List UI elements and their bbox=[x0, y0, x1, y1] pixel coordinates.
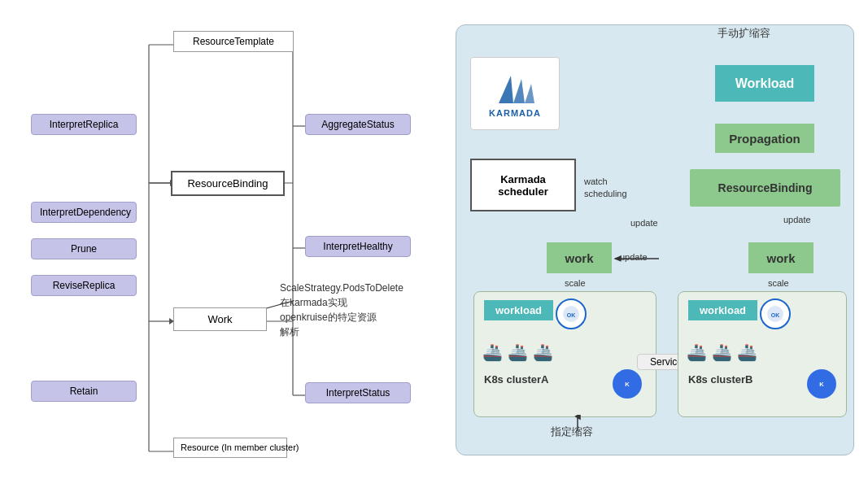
karmada-logo: KARMADA bbox=[470, 57, 560, 130]
svg-text:K: K bbox=[625, 381, 630, 388]
karmada-logo-text: KARMADA bbox=[489, 108, 541, 118]
scale-label-1: scale bbox=[565, 278, 586, 288]
workload-b-box: workload bbox=[688, 300, 757, 320]
ship-3-b: 🚢 bbox=[737, 342, 757, 362]
diagram-container: ResourceTemplate InterpretReplica Aggreg… bbox=[0, 0, 868, 488]
svg-text:OK: OK bbox=[567, 312, 576, 318]
propagation-box: Propagation bbox=[715, 124, 814, 153]
ship-3-a: 🚢 bbox=[533, 342, 553, 362]
update-label-2: update bbox=[783, 215, 811, 224]
resource-binding-box-left: ResourceBinding bbox=[171, 171, 285, 196]
kubernetes-icon-b: K bbox=[807, 369, 836, 399]
watch-scheduling-label: watchscheduling bbox=[584, 176, 627, 201]
scale-down-arrow bbox=[569, 415, 586, 433]
svg-marker-34 bbox=[513, 79, 525, 103]
cluster-a-box: workload OK 🚢 🚢 🚢 K8s clusterA K bbox=[473, 291, 656, 417]
workload-a-box: workload bbox=[484, 300, 553, 320]
ship-1-a: 🚢 bbox=[482, 342, 503, 362]
aggregate-status-box: AggregateStatus bbox=[305, 114, 411, 135]
ship-2-b: 🚢 bbox=[712, 342, 732, 362]
resource-binding-box-right: ResourceBinding bbox=[690, 169, 840, 207]
work-box-left-right: work bbox=[547, 242, 612, 273]
prune-box: Prune bbox=[31, 238, 137, 259]
karmada-sails-icon bbox=[491, 69, 539, 108]
resource-bottom-box: Resource (In member cluster) bbox=[173, 438, 287, 458]
cluster-b-label: K8s clusterB bbox=[688, 373, 752, 386]
svg-text:OK: OK bbox=[771, 312, 780, 318]
work-box-right-right: work bbox=[748, 242, 813, 273]
karmada-scheduler-box: Karmada scheduler bbox=[470, 159, 576, 211]
interpret-replica-box: InterpretReplica bbox=[31, 114, 137, 135]
svg-marker-35 bbox=[525, 84, 534, 103]
cluster-a-label: K8s clusterA bbox=[484, 373, 548, 386]
retain-box: Retain bbox=[31, 381, 137, 402]
update-label-1: update bbox=[630, 218, 658, 228]
resource-template-box: ResourceTemplate bbox=[173, 31, 294, 52]
openkruise-icon-b: OK bbox=[760, 298, 791, 329]
work-arrow-svg bbox=[612, 247, 661, 270]
cluster-b-box: workload OK 🚢 🚢 🚢 K8s clusterB K bbox=[678, 291, 847, 417]
work-box-left: Work bbox=[173, 307, 267, 331]
interpret-dependency-box: InterpretDependency bbox=[31, 202, 137, 223]
ships-row-a: 🚢 🚢 🚢 bbox=[482, 342, 553, 362]
workload-box-top: Workload bbox=[715, 65, 814, 102]
kubernetes-icon-a: K bbox=[613, 369, 642, 399]
interpret-status-box: InterpretStatus bbox=[305, 382, 411, 403]
interpret-healthy-box: InterpretHealthy bbox=[305, 236, 411, 257]
revise-replica-box: ReviseReplica bbox=[31, 275, 137, 296]
scale-label-2: scale bbox=[768, 278, 789, 288]
manual-scale-label: 手动扩缩容 bbox=[718, 26, 770, 41]
svg-marker-33 bbox=[499, 76, 513, 103]
ship-2-a: 🚢 bbox=[508, 342, 528, 362]
svg-text:K: K bbox=[819, 381, 824, 388]
ship-1-b: 🚢 bbox=[687, 342, 707, 362]
openkruise-icon-a: OK bbox=[556, 298, 587, 329]
scale-strategy-annotation: ScaleStrategy.PodsToDelete 在karmada实现 op… bbox=[280, 281, 403, 339]
ships-row-b: 🚢 🚢 🚢 bbox=[687, 342, 757, 362]
